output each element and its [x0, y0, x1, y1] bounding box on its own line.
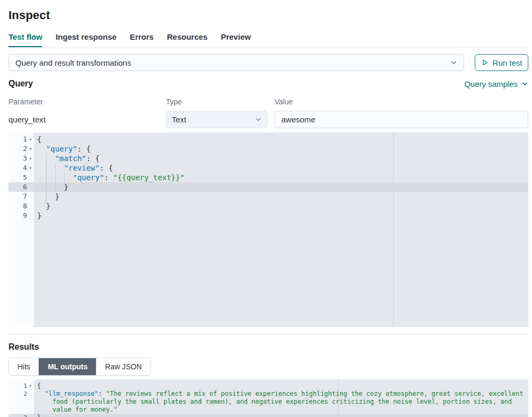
flow-select-value: Query and result transformations: [15, 58, 450, 67]
query-header-row: Query Query samples: [8, 79, 528, 88]
line-number: 2: [8, 390, 27, 398]
code-line: 3}: [8, 414, 528, 417]
value-input[interactable]: [274, 111, 528, 128]
editor-empty-area: [8, 220, 528, 327]
tab-preview[interactable]: Preview: [221, 30, 251, 47]
line-number: 3: [8, 154, 27, 163]
parameter-name: query_text: [8, 115, 46, 124]
code-line: 5"query": "{{query_text}}": [8, 173, 528, 182]
results-tab-raw-json[interactable]: Raw JSON: [96, 358, 150, 375]
parameters-table: Parameter Type Value query_text Text: [8, 97, 528, 128]
line-number: 1: [8, 382, 27, 390]
fold-caret-icon[interactable]: ▾: [27, 135, 34, 144]
type-select-value: Text: [172, 115, 255, 124]
tab-resources[interactable]: Resources: [167, 30, 208, 47]
query-samples-link[interactable]: Query samples: [464, 79, 528, 88]
code-line: 2▾"query": {: [8, 144, 528, 154]
run-test-label: Run test: [493, 58, 522, 67]
code-line: 1▾{: [8, 135, 528, 144]
line-number: 9: [8, 211, 27, 220]
line-number: 5: [8, 173, 27, 182]
code-line: 8}: [8, 201, 528, 211]
tab-ingest-response[interactable]: Ingest response: [56, 30, 117, 47]
line-number: 8: [8, 201, 27, 211]
horizontal-divider: [8, 334, 528, 334]
code-line: 4▾"review": {: [8, 163, 528, 173]
line-number: 7: [8, 192, 27, 201]
chevron-down-icon: [521, 81, 528, 87]
query-editor[interactable]: 1▾{2▾"query": {3▾"match": {4▾"review": {…: [8, 132, 528, 327]
play-icon: [481, 59, 489, 66]
code-line: 1▾{: [8, 382, 528, 390]
code-line: 3▾"match": {: [8, 154, 528, 163]
param-header-type: Type: [166, 97, 274, 111]
flow-select[interactable]: Query and result transformations: [8, 54, 464, 71]
code-line: food (particularly the small plates and …: [8, 398, 528, 406]
top-tabs: Test flowIngest responseErrorsResourcesP…: [8, 30, 528, 48]
line-number: 2: [8, 144, 27, 154]
results-tabs: HitsML outputsRaw JSON: [8, 358, 151, 376]
results-tab-hits[interactable]: Hits: [9, 358, 39, 375]
param-header-parameter: Parameter: [8, 97, 166, 111]
parameter-row: query_text: [8, 111, 166, 128]
code-line: 6}: [8, 182, 528, 192]
results-editor[interactable]: 1▾{2"llm_response": "The reviews reflect…: [8, 379, 528, 417]
line-number: 4: [8, 163, 27, 173]
line-number: 1: [8, 135, 27, 144]
fold-caret-icon[interactable]: ▾: [27, 144, 34, 154]
tab-errors[interactable]: Errors: [130, 30, 154, 47]
fold-caret-icon[interactable]: ▾: [27, 382, 34, 390]
line-number: 6: [8, 182, 27, 192]
code-line: value for money.": [8, 406, 528, 414]
fold-caret-icon[interactable]: ▾: [27, 163, 34, 173]
inspect-panel: Inspect Test flowIngest responseErrorsRe…: [0, 0, 532, 417]
chevron-down-icon: [255, 116, 262, 123]
run-test-button[interactable]: Run test: [475, 54, 528, 71]
code-line: 2"llm_response": "The reviews reflect a …: [8, 390, 528, 398]
fold-caret-icon[interactable]: ▾: [27, 154, 34, 163]
code-line: 7}: [8, 192, 528, 201]
type-select[interactable]: Text: [166, 111, 268, 128]
controls-row: Query and result transformations Run tes…: [8, 54, 528, 71]
line-number: 3: [8, 414, 27, 417]
param-header-value: Value: [274, 97, 528, 111]
code-line: 9}: [8, 211, 528, 220]
tab-test-flow[interactable]: Test flow: [8, 30, 42, 47]
query-heading: Query: [8, 79, 33, 88]
query-samples-label: Query samples: [464, 79, 518, 88]
results-tab-ml-outputs[interactable]: ML outputs: [39, 358, 96, 375]
chevron-down-icon: [450, 59, 457, 66]
page-title: Inspect: [8, 8, 528, 22]
results-heading: Results: [8, 342, 528, 352]
